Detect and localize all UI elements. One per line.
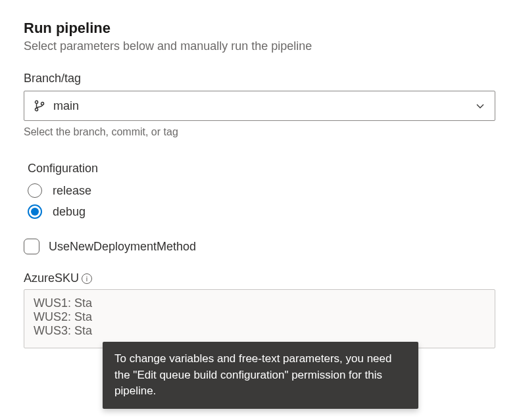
radio-circle-selected-icon: [28, 204, 42, 219]
radio-circle-icon: [28, 183, 42, 198]
checkbox-label: UseNewDeploymentMethod: [49, 240, 196, 254]
branch-helper: Select the branch, commit, or tag: [24, 126, 495, 138]
azuresku-textarea[interactable]: WUS1: Sta WUS2: Sta WUS3: Sta: [24, 289, 495, 348]
azuresku-field: AzureSKU i WUS1: Sta WUS2: Sta WUS3: Sta: [24, 271, 495, 348]
info-icon[interactable]: i: [82, 273, 92, 284]
configuration-section: Configuration release debug: [24, 162, 495, 219]
checkbox-icon: [24, 239, 39, 254]
permission-tooltip: To change variables and free-text parame…: [103, 342, 418, 409]
svg-point-0: [35, 101, 37, 103]
branch-value: main: [53, 99, 467, 113]
azuresku-label: AzureSKU: [24, 271, 79, 285]
page-subtitle: Select parameters below and manually run…: [24, 39, 495, 53]
configuration-label: Configuration: [28, 162, 495, 175]
radio-label: release: [53, 184, 91, 198]
radio-label: debug: [53, 205, 86, 219]
chevron-down-icon: [475, 101, 485, 111]
use-new-deployment-checkbox[interactable]: UseNewDeploymentMethod: [24, 239, 495, 254]
svg-point-1: [35, 108, 37, 111]
branch-field: Branch/tag main Select the branch, commi…: [24, 72, 495, 138]
svg-point-2: [41, 103, 43, 105]
page-title: Run pipeline: [24, 20, 495, 37]
configuration-radio-group: release debug: [28, 183, 495, 219]
branch-label: Branch/tag: [24, 72, 495, 85]
radio-debug[interactable]: debug: [28, 204, 495, 219]
branch-icon: [34, 99, 45, 112]
radio-release[interactable]: release: [28, 183, 495, 198]
branch-select[interactable]: main: [24, 91, 495, 121]
